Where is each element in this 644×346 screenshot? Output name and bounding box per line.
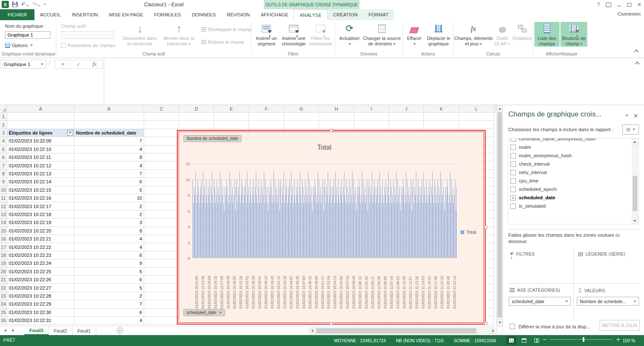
cell[interactable] xyxy=(354,121,389,129)
field-checkbox[interactable] xyxy=(510,161,516,167)
row-header-3[interactable]: 3 xyxy=(0,129,7,137)
ribbon-tab[interactable]: AFFICHAGE xyxy=(255,9,294,20)
zoom-in-icon[interactable] xyxy=(616,338,620,341)
field-buttons-toggle[interactable]: Boutons de champ xyxy=(560,22,587,47)
cell[interactable] xyxy=(389,113,424,121)
pivot-chart[interactable]: Nombre de scheduled_date Total 024681012… xyxy=(179,132,484,323)
name-box-dropdown-icon[interactable] xyxy=(41,63,43,65)
close-icon[interactable]: ✕ xyxy=(637,2,641,8)
row-header-14[interactable]: 14 xyxy=(0,219,7,227)
cell[interactable] xyxy=(144,219,179,227)
ribbon-tab[interactable]: FICHIER xyxy=(0,9,34,20)
cell[interactable]: 01/02/2023 10:22:25 xyxy=(7,268,74,276)
cell[interactable] xyxy=(74,121,144,129)
ribbon-tab[interactable]: ACCUEIL xyxy=(34,9,66,20)
field-item[interactable]: command_name_anonymous_hash xyxy=(508,138,639,143)
ribbon-tab[interactable]: DONNÉES xyxy=(187,9,221,20)
row-header-22[interactable]: 22 xyxy=(0,284,7,292)
horizontal-scrollbar[interactable] xyxy=(309,328,497,334)
zoom-slider-thumb[interactable] xyxy=(583,337,584,342)
cell[interactable]: 01/02/2023 10:22:26 xyxy=(7,276,74,284)
cell[interactable]: 01/02/2023 10:22:27 xyxy=(7,284,74,292)
row-header-25[interactable]: 25 xyxy=(0,309,7,317)
field-checkbox[interactable] xyxy=(510,145,516,150)
cell[interactable]: 01/02/2023 10:22:09 xyxy=(7,137,74,145)
cell[interactable] xyxy=(424,121,459,129)
collapse-field-button[interactable]: Réduire le champ xyxy=(201,40,244,45)
cell[interactable]: 01/02/2023 10:22:13 xyxy=(7,170,74,178)
row-header-6[interactable]: 6 xyxy=(0,153,7,161)
field-item[interactable]: realm_anonymous_hash xyxy=(508,151,639,160)
cell[interactable] xyxy=(354,113,389,121)
scroll-down-icon[interactable] xyxy=(497,320,502,325)
chart-axis-field-button[interactable]: scheduled_date xyxy=(183,309,225,316)
cell[interactable]: 01/02/2023 10:22:30 xyxy=(7,309,74,317)
cell[interactable] xyxy=(144,137,179,145)
field-checkbox[interactable]: ✓ xyxy=(510,195,516,201)
cell[interactable]: 3 xyxy=(74,219,144,227)
cell[interactable] xyxy=(144,243,179,251)
chart-value-field-button[interactable]: Nombre de scheduled_date xyxy=(183,135,242,142)
row-header-7[interactable]: 7 xyxy=(0,161,7,169)
next-sheet-icon[interactable] xyxy=(12,329,14,332)
cell[interactable]: 01/02/2023 10:22:23 xyxy=(7,251,74,259)
cell[interactable]: 01/02/2023 10:22:18 xyxy=(7,211,74,219)
field-list-scrollbar-thumb[interactable] xyxy=(633,176,637,211)
cell[interactable]: 8 xyxy=(74,227,144,235)
column-header-K[interactable]: K xyxy=(424,105,459,113)
cell[interactable]: 01/02/2023 10:22:15 xyxy=(7,186,74,194)
cell[interactable]: Nombre de scheduled_date xyxy=(74,129,144,137)
zoom-out-icon[interactable] xyxy=(543,339,547,340)
cell[interactable] xyxy=(144,202,179,210)
prev-sheet-icon[interactable] xyxy=(4,329,6,332)
cell[interactable] xyxy=(144,227,179,235)
sheet-tab[interactable]: Feuil3 xyxy=(24,326,49,335)
cell[interactable] xyxy=(144,268,179,276)
ribbon-tab[interactable]: RÉVISION xyxy=(221,9,255,20)
ribbon-tab[interactable]: FORMAT xyxy=(363,9,394,20)
cell[interactable]: 7 xyxy=(74,300,144,308)
column-header-A[interactable]: A xyxy=(7,105,74,113)
cell[interactable] xyxy=(144,194,179,202)
cell[interactable] xyxy=(144,113,179,121)
field-checkbox[interactable] xyxy=(510,178,516,184)
cell[interactable]: 8 xyxy=(74,153,144,161)
cell[interactable] xyxy=(7,121,74,129)
scroll-up-icon[interactable] xyxy=(632,139,638,145)
confirm-entry-icon[interactable]: ✓ xyxy=(76,61,81,67)
cell[interactable]: 2 xyxy=(74,211,144,219)
column-header-B[interactable]: B xyxy=(74,105,144,113)
tools-button[interactable]: ⚙ xyxy=(622,124,639,135)
cell[interactable]: 01/02/2023 10:22:19 xyxy=(7,219,74,227)
cell[interactable]: 2 xyxy=(74,292,144,300)
row-header-20[interactable]: 20 xyxy=(0,268,7,276)
chart-name-input[interactable] xyxy=(5,31,50,39)
cell[interactable] xyxy=(144,129,179,137)
insert-timeline-button[interactable]: Insérer une chronologie xyxy=(280,22,308,47)
cell[interactable]: 6 xyxy=(74,309,144,317)
cell[interactable] xyxy=(144,309,179,317)
field-item[interactable]: is_simulated xyxy=(508,202,639,210)
scroll-up-icon[interactable] xyxy=(497,106,502,111)
insert-slicer-button[interactable]: Insérer un segment xyxy=(253,22,280,47)
row-header-17[interactable]: 17 xyxy=(0,243,7,251)
maximize-icon[interactable] xyxy=(627,3,631,7)
field-item[interactable]: cpu_time xyxy=(508,177,639,185)
cell[interactable] xyxy=(319,121,354,129)
cell[interactable]: 2 xyxy=(74,202,144,210)
cell[interactable]: 01/02/2023 10:22:29 xyxy=(7,300,74,308)
cell[interactable]: 5 xyxy=(74,284,144,292)
cell[interactable]: 4 xyxy=(74,161,144,169)
cell[interactable] xyxy=(459,121,494,129)
olap-tools-button[interactable]: Outils OLAP xyxy=(493,22,512,47)
cell[interactable] xyxy=(144,186,179,194)
cell[interactable]: 01/02/2023 10:22:16 xyxy=(7,194,74,202)
cell[interactable] xyxy=(214,121,249,129)
row-header-9[interactable]: 9 xyxy=(0,178,7,186)
ribbon-tab[interactable]: MISE EN PAGE xyxy=(103,9,149,20)
cell[interactable]: 7 xyxy=(74,170,144,178)
cell[interactable] xyxy=(249,121,284,129)
ribbon-tab[interactable]: ANALYSE xyxy=(294,9,327,20)
chart-resize-handle[interactable] xyxy=(484,322,487,325)
cell[interactable] xyxy=(144,153,179,161)
